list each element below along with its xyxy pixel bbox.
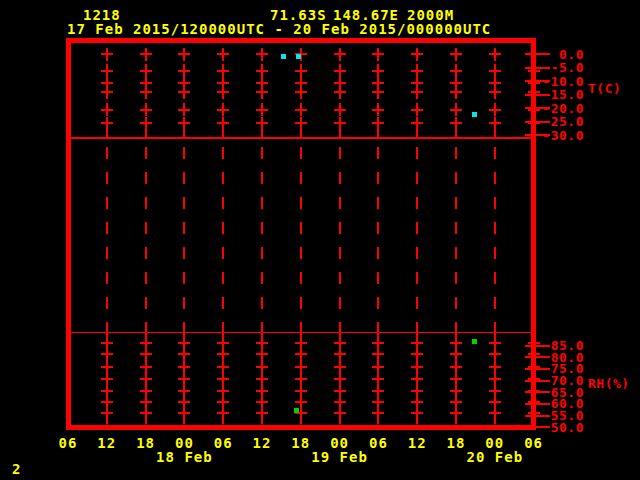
temp-obs-dot — [281, 54, 286, 59]
x-tick-label: 18 — [447, 435, 466, 451]
meteogram-plot: 1218 71.63S 148.67E 2000M 17 Feb 2015/12… — [0, 0, 640, 480]
x-tick-label: 12 — [408, 435, 427, 451]
forecast-period: 17 Feb 2015/120000UTC - 20 Feb 2015/0000… — [67, 21, 491, 37]
rh-obs-dot — [294, 408, 299, 413]
date-label: 18 Feb — [156, 449, 213, 465]
rh-axis-title: RH(%) — [588, 376, 630, 391]
date-label: 20 Feb — [467, 449, 524, 465]
x-tick-label: 18 — [136, 435, 155, 451]
rh-tick-label: 50.0 — [551, 420, 584, 435]
date-label: 19 Feb — [311, 449, 368, 465]
x-tick-label: 06 — [214, 435, 233, 451]
plus-mark-columns — [101, 48, 540, 424]
temp-axis-title: T(C) — [588, 81, 621, 96]
time-axis-labels: 0612180006121800061218000618 Feb19 Feb20… — [59, 435, 543, 465]
x-tick-label: 18 — [291, 435, 310, 451]
x-tick-label: 06 — [59, 435, 78, 451]
x-tick-label: 12 — [97, 435, 116, 451]
x-tick-label: 06 — [524, 435, 543, 451]
temp-obs-dot — [472, 112, 477, 117]
temp-tick-label: -30.0 — [542, 128, 584, 143]
x-tick-label: 12 — [253, 435, 272, 451]
rh-obs-dot — [472, 339, 477, 344]
temp-obs-dot — [296, 54, 301, 59]
page-number: 2 — [12, 461, 21, 477]
x-tick-label: 06 — [369, 435, 388, 451]
grid-dash-columns — [107, 147, 495, 332]
